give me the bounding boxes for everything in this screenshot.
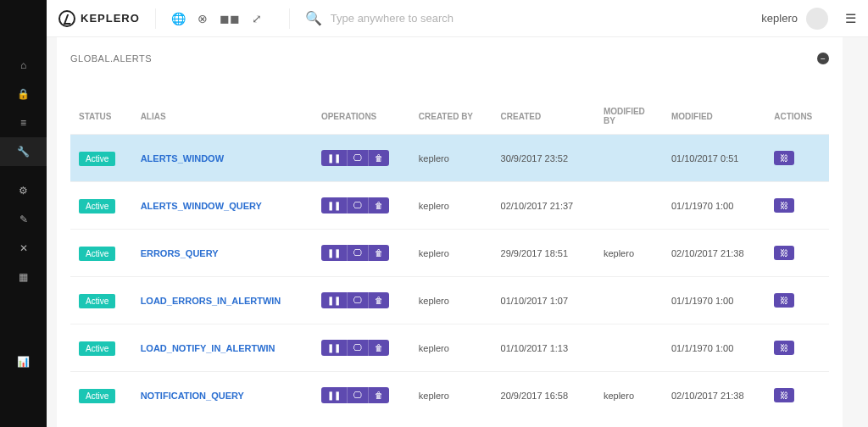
apps-icon[interactable]: ◼◼ [220, 12, 240, 25]
modified-cell: 01/1/1970 1:00 [663, 277, 765, 324]
alias-link[interactable]: NOTIFICATION_QUERY [141, 391, 244, 401]
pause-icon[interactable]: ❚❚ [321, 292, 347, 308]
link-action-button[interactable]: ⛓ [774, 388, 794, 402]
alias-link[interactable]: ALERTS_WINDOW_QUERY [141, 201, 262, 211]
nav-edit[interactable]: ✎ [0, 205, 47, 234]
table-row[interactable]: ActiveLOAD_NOTIFY_IN_ALERTWIN❚❚🖵🗑keplero… [70, 324, 829, 372]
created-by-cell: keplero [410, 135, 492, 182]
topbar-divider [155, 8, 156, 29]
status-badge: Active [79, 341, 115, 356]
link-icon: ⛓ [780, 153, 788, 163]
trash-icon[interactable]: 🗑 [368, 245, 389, 261]
monitor-icon[interactable]: 🖵 [347, 292, 368, 308]
user-name: keplero [761, 12, 798, 25]
table-row[interactable]: ActiveALERTS_WINDOW❚❚🖵🗑keplero30/9/2017 … [70, 135, 829, 182]
nav-wrench[interactable]: 🔧 [0, 137, 47, 166]
nav-stats[interactable]: 📊 [0, 347, 47, 376]
pause-icon[interactable]: ❚❚ [321, 245, 347, 261]
grid-icon: ▦ [19, 271, 28, 283]
modified-cell: 01/1/1970 1:00 [663, 182, 765, 230]
modified-by-cell [595, 182, 663, 230]
link-icon: ⛓ [780, 391, 788, 400]
table-row[interactable]: ActiveNOTIFICATION_QUERY❚❚🖵🗑keplero20/9/… [70, 372, 829, 419]
nav-sliders[interactable]: ≡ [0, 108, 47, 137]
brand-logo-icon [58, 10, 75, 27]
link-action-button[interactable]: ⛓ [774, 198, 794, 213]
trash-icon[interactable]: 🗑 [368, 387, 389, 403]
operations-group: ❚❚🖵🗑 [321, 150, 389, 166]
link-action-button[interactable]: ⛓ [774, 293, 794, 308]
stats-icon: 📊 [17, 356, 30, 368]
operations-group: ❚❚🖵🗑 [321, 340, 389, 356]
page-scroll[interactable]: GLOBAL.ALERTS − STATUS ALIAS OPERATIONS … [47, 37, 868, 427]
trash-icon[interactable]: 🗑 [368, 197, 389, 214]
nav-lock[interactable]: 🔒 [0, 80, 47, 108]
pencil-icon: ✎ [19, 214, 28, 225]
alias-link[interactable]: LOAD_ERRORS_IN_ALERTWIN [141, 296, 281, 306]
th-created-by[interactable]: CREATED BY [410, 98, 492, 135]
nav-grid[interactable]: ▦ [0, 263, 47, 291]
pause-icon[interactable]: ❚❚ [321, 150, 347, 166]
monitor-icon[interactable]: 🖵 [347, 245, 368, 261]
expand-icon[interactable]: ⤢ [252, 12, 262, 25]
pause-icon[interactable]: ❚❚ [321, 340, 347, 356]
th-created[interactable]: CREATED [492, 98, 595, 135]
th-status[interactable]: STATUS [70, 98, 132, 135]
status-badge: Active [79, 199, 115, 214]
alias-link[interactable]: ALERTS_WINDOW [141, 153, 224, 164]
alias-link[interactable]: ERRORS_QUERY [141, 248, 219, 258]
modified-by-cell: keplero [595, 230, 663, 277]
modified-by-cell [595, 277, 663, 324]
monitor-icon[interactable]: 🖵 [347, 340, 368, 356]
settings-toggle-icon[interactable]: ☰ [845, 11, 856, 26]
monitor-icon[interactable]: 🖵 [347, 150, 368, 166]
monitor-icon[interactable]: 🖵 [347, 197, 368, 214]
monitor-icon[interactable]: 🖵 [347, 387, 368, 403]
modified-cell: 01/1/1970 1:00 [663, 324, 765, 372]
search-wrap: 🔍 [305, 10, 762, 26]
user-menu[interactable]: keplero ☰ [761, 8, 856, 30]
topbar-divider-2 [289, 8, 290, 29]
trash-icon[interactable]: 🗑 [368, 150, 389, 166]
wrench-icon: 🔧 [17, 146, 30, 158]
collapse-button[interactable]: − [817, 53, 829, 64]
card-title: GLOBAL.ALERTS [70, 53, 152, 64]
nav-home[interactable]: ⌂ [0, 51, 47, 80]
shuffle-icon: ✕ [19, 242, 28, 254]
alias-link[interactable]: LOAD_NOTIFY_IN_ALERTWIN [141, 343, 275, 353]
table-row[interactable]: ActiveLOAD_ERRORS_IN_ALERTWIN❚❚🖵🗑keplero… [70, 277, 829, 324]
th-modified[interactable]: MODIFIED [663, 98, 765, 135]
created-cell: 30/9/2017 23:52 [492, 135, 595, 182]
link-action-button[interactable]: ⛓ [774, 151, 794, 165]
topbar: KEPLERO 🌐 ⊗ ◼◼ ⤢ 🔍 keplero ☰ [47, 0, 868, 37]
link-action-button[interactable]: ⛓ [774, 246, 794, 260]
link-icon: ⛓ [780, 201, 788, 210]
link-action-button[interactable]: ⛓ [774, 341, 794, 355]
sliders-icon: ≡ [20, 117, 26, 129]
alerts-card: GLOBAL.ALERTS − STATUS ALIAS OPERATIONS … [57, 37, 843, 427]
globe-icon[interactable]: 🌐 [171, 12, 186, 25]
nav-shuffle[interactable]: ✕ [0, 234, 47, 263]
status-badge: Active [79, 152, 115, 166]
operations-group: ❚❚🖵🗑 [321, 245, 389, 261]
th-actions[interactable]: ACTIONS [765, 98, 829, 135]
table-row[interactable]: ActiveERRORS_QUERY❚❚🖵🗑keplero29/9/2017 1… [70, 230, 829, 277]
pause-icon[interactable]: ❚❚ [321, 387, 347, 403]
pause-icon[interactable]: ❚❚ [321, 197, 347, 214]
brand[interactable]: KEPLERO [58, 10, 140, 27]
link-icon: ⛓ [780, 296, 788, 305]
search-input[interactable] [331, 12, 585, 25]
created-cell: 20/9/2017 16:58 [492, 372, 595, 419]
th-modified-by[interactable]: MODIFIED BY [595, 98, 663, 135]
link-icon: ⛓ [780, 248, 788, 258]
created-cell: 01/10/2017 1:13 [492, 324, 595, 372]
trash-icon[interactable]: 🗑 [368, 340, 389, 356]
th-alias[interactable]: ALIAS [132, 98, 313, 135]
operations-group: ❚❚🖵🗑 [321, 197, 389, 214]
trash-icon[interactable]: 🗑 [368, 292, 389, 308]
nav-gear[interactable]: ⚙ [0, 176, 47, 205]
close-circle-icon[interactable]: ⊗ [198, 12, 208, 25]
created-cell: 01/10/2017 1:07 [492, 277, 595, 324]
table-row[interactable]: ActiveALERTS_WINDOW_QUERY❚❚🖵🗑keplero02/1… [70, 182, 829, 230]
th-operations[interactable]: OPERATIONS [313, 98, 410, 135]
